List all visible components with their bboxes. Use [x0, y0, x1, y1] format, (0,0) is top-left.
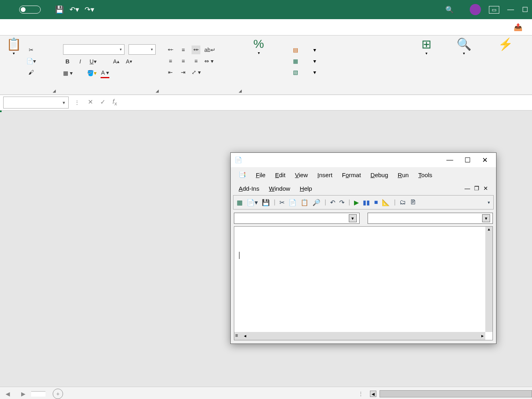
- align-top-icon[interactable]: ⬴: [166, 45, 175, 54]
- search-icon[interactable]: 🔍: [445, 6, 454, 14]
- format-as-table-button[interactable]: ▦ ▾: [293, 58, 316, 64]
- vba-menu-addins[interactable]: Add-Ins: [239, 185, 259, 192]
- enter-formula-icon[interactable]: ✓: [100, 98, 105, 107]
- paste-button[interactable]: 📋 ▾: [4, 37, 23, 55]
- undo-icon[interactable]: ↶▾: [69, 5, 79, 14]
- copy-icon[interactable]: 📄: [289, 199, 297, 206]
- save-icon[interactable]: 💾: [262, 199, 270, 206]
- project-explorer-icon[interactable]: 🗂: [399, 199, 406, 206]
- share-icon[interactable]: 📤: [514, 23, 522, 32]
- mdi-close-icon[interactable]: ✕: [483, 185, 488, 192]
- fx-icon[interactable]: fx: [113, 98, 117, 107]
- maximize-icon[interactable]: ☐: [460, 156, 475, 164]
- vba-menu-tools[interactable]: Tools: [418, 172, 432, 178]
- vba-menu-edit[interactable]: Edit: [275, 172, 285, 178]
- scroll-left-icon[interactable]: ◀: [370, 391, 376, 397]
- conditional-formatting-button[interactable]: ▤ ▾: [293, 47, 316, 53]
- ideas-icon: ⚡: [498, 37, 513, 51]
- close-icon[interactable]: ✕: [478, 156, 492, 164]
- horizontal-scrollbar[interactable]: [380, 390, 532, 397]
- design-mode-icon[interactable]: 📐: [382, 199, 390, 206]
- find-icon[interactable]: 🔎: [312, 199, 320, 206]
- align-left-icon[interactable]: ≡: [166, 57, 175, 65]
- orientation-icon[interactable]: ⤢ ▾: [192, 68, 201, 77]
- align-bottom-icon[interactable]: ⬵: [192, 45, 200, 54]
- vba-menu-window[interactable]: Window: [269, 185, 290, 192]
- merge-icon[interactable]: ⇔ ▾: [204, 57, 214, 65]
- font-dialog-icon[interactable]: ◢: [156, 89, 159, 93]
- minimize-icon[interactable]: —: [443, 156, 457, 164]
- vba-editor-window[interactable]: 📄 — ☐ ✕ 📑 File Edit View Insert Format D…: [230, 152, 496, 344]
- mdi-restore-icon[interactable]: ❐: [474, 185, 479, 192]
- indent-right-icon[interactable]: ⇥: [179, 68, 188, 77]
- italic-button[interactable]: I: [76, 57, 85, 66]
- reset-icon[interactable]: ■: [374, 199, 378, 206]
- vba-menu-help[interactable]: Help: [300, 185, 312, 192]
- cancel-formula-icon[interactable]: ✕: [88, 98, 93, 107]
- font-color-icon[interactable]: A ▾: [101, 68, 109, 78]
- run-icon[interactable]: ▶: [354, 199, 359, 206]
- save-icon[interactable]: 💾: [55, 5, 64, 14]
- undo-icon[interactable]: ↶: [330, 199, 335, 206]
- paste-icon[interactable]: 📋: [301, 199, 309, 206]
- align-right-icon[interactable]: ≡: [192, 57, 200, 65]
- vba-menu-insert[interactable]: Insert: [317, 172, 332, 178]
- clipboard-dialog-icon[interactable]: ◢: [53, 89, 56, 93]
- align-center-icon[interactable]: ≡: [179, 57, 188, 65]
- autosave-pill[interactable]: [19, 6, 41, 14]
- cells-icon: ⊞: [421, 37, 431, 51]
- cut-icon[interactable]: ✂: [26, 45, 36, 54]
- vba-menu-view[interactable]: View: [295, 172, 308, 178]
- number-format-button[interactable]: % ▾: [249, 37, 268, 55]
- vba-menu-format[interactable]: Format: [342, 172, 361, 178]
- copy-icon[interactable]: 📄▾: [26, 57, 36, 65]
- vba-menu-run[interactable]: Run: [398, 172, 409, 178]
- excel-icon[interactable]: ▦: [237, 199, 243, 206]
- borders-icon[interactable]: ▦ ▾: [63, 69, 73, 77]
- vba-title-bar[interactable]: 📄 — ☐ ✕: [231, 153, 496, 167]
- break-icon[interactable]: ▮▮: [363, 199, 370, 206]
- autosave-toggle[interactable]: [16, 6, 41, 14]
- vba-object-select[interactable]: ▼: [234, 213, 360, 224]
- maximize-icon[interactable]: ☐: [522, 6, 528, 14]
- sheet-nav-prev-icon[interactable]: ◀: [0, 391, 16, 397]
- font-size-select[interactable]: ▾: [129, 44, 156, 55]
- format-painter-icon[interactable]: 🖌: [26, 68, 36, 77]
- worksheet[interactable]: 📄 — ☐ ✕ 📑 File Edit View Insert Format D…: [0, 111, 532, 387]
- cell-styles-button[interactable]: ▧ ▾: [293, 69, 316, 75]
- bold-button[interactable]: B: [63, 57, 72, 66]
- insert-module-icon[interactable]: 📄▾: [247, 199, 258, 206]
- full-module-view-icon[interactable]: ≡: [235, 332, 238, 340]
- vba-code-editor[interactable]: ≡: [234, 226, 493, 340]
- underline-button[interactable]: U ▾: [89, 57, 97, 66]
- avatar[interactable]: [470, 4, 481, 15]
- alignment-dialog-icon[interactable]: ◢: [239, 89, 242, 93]
- redo-icon[interactable]: ↷▾: [85, 5, 94, 14]
- properties-icon[interactable]: 🖹: [410, 199, 416, 206]
- fill-color-icon[interactable]: 🪣▾: [87, 69, 97, 77]
- sheet-nav-next-icon[interactable]: ▶: [16, 391, 31, 397]
- shrink-font-icon[interactable]: A▾: [125, 57, 133, 66]
- minimize-icon[interactable]: —: [507, 6, 514, 14]
- editing-button[interactable]: 🔍 ▾: [454, 37, 473, 55]
- vba-menu-debug[interactable]: Debug: [370, 172, 388, 178]
- redo-icon[interactable]: ↷: [339, 199, 344, 206]
- cells-button[interactable]: ⊞ ▾: [417, 37, 436, 55]
- scrollbar-vertical[interactable]: [485, 227, 492, 332]
- ideas-button[interactable]: ⚡: [496, 37, 515, 51]
- name-box[interactable]: ▼: [3, 97, 69, 109]
- indent-left-icon[interactable]: ⇤: [166, 68, 175, 77]
- scrollbar-horizontal[interactable]: ≡: [234, 332, 485, 340]
- ribbon: 📋 ▾ ✂ 📄▾ 🖌 ◢ ▾ ▾ B I U: [0, 36, 532, 95]
- align-middle-icon[interactable]: ≡: [179, 45, 188, 54]
- grow-font-icon[interactable]: A▴: [112, 57, 121, 66]
- cut-icon[interactable]: ✂: [279, 199, 285, 206]
- sheet-tab[interactable]: [31, 391, 45, 397]
- vba-procedure-select[interactable]: ▼: [368, 213, 493, 224]
- vba-menu-file[interactable]: File: [256, 172, 265, 178]
- wrap-text-icon[interactable]: ab↵: [204, 45, 216, 54]
- ribbon-display-icon[interactable]: ▭: [489, 6, 499, 14]
- font-name-select[interactable]: ▾: [63, 44, 125, 55]
- new-sheet-button[interactable]: +: [53, 389, 63, 399]
- mdi-minimize-icon[interactable]: —: [465, 185, 470, 192]
